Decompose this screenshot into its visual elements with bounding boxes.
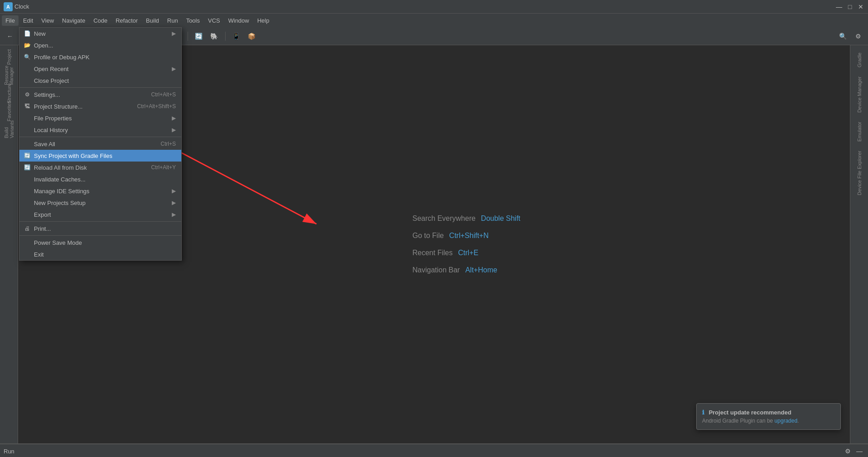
reload-icon: 🔄 bbox=[23, 163, 31, 171]
menu-save-all-item[interactable]: Save All Ctrl+S bbox=[19, 138, 181, 150]
toolbar-sep-3 bbox=[225, 32, 226, 41]
menu-open-recent-item[interactable]: Open Recent ▶ bbox=[19, 63, 181, 75]
sdk-button[interactable]: 📦 bbox=[245, 30, 258, 43]
sidebar-gradle-label[interactable]: Gradle bbox=[855, 49, 864, 71]
menu-vcs[interactable]: VCS bbox=[204, 15, 224, 26]
menu-project-structure-item[interactable]: 🏗 Project Structure... Ctrl+Alt+Shift+S bbox=[19, 100, 181, 112]
menu-new-item[interactable]: 📄 New ▶ bbox=[19, 28, 181, 39]
menu-file-properties-item[interactable]: File Properties ▶ bbox=[19, 112, 181, 124]
menu-view[interactable]: View bbox=[38, 15, 57, 26]
menu-tools[interactable]: Tools bbox=[183, 15, 203, 26]
search-hints: Search Everywhere Double Shift Go to Fil… bbox=[412, 214, 520, 274]
hint-search-everywhere: Search Everywhere Double Shift bbox=[412, 214, 520, 223]
hint-key-1: Double Shift bbox=[481, 214, 520, 223]
sep-3 bbox=[19, 221, 181, 222]
open-recent-icon bbox=[23, 65, 31, 73]
sidebar-emulator-label[interactable]: Emulator bbox=[855, 118, 864, 145]
hint-label-4: Navigation Bar bbox=[412, 266, 460, 274]
export-arrow: ▶ bbox=[172, 211, 176, 218]
menu-edit[interactable]: Edit bbox=[19, 15, 37, 26]
menu-close-project-item[interactable]: Close Project bbox=[19, 75, 181, 86]
back-button[interactable]: ← bbox=[4, 30, 16, 43]
hint-key-3: Ctrl+E bbox=[458, 249, 478, 257]
titlebar-controls: — □ ✕ bbox=[835, 3, 864, 10]
notification-body: Android Gradle Plugin can be upgraded. bbox=[702, 418, 835, 424]
menu-sync-gradle-item[interactable]: 🔄 Sync Project with Gradle Files bbox=[19, 150, 181, 162]
right-sidebar: Gradle Device Manager Emulator Device Fi… bbox=[850, 45, 868, 443]
new-arrow: ▶ bbox=[172, 30, 176, 37]
file-menu-dropdown: 📄 New ▶ 📂 Open... 🔍 Profile or Debug APK… bbox=[19, 27, 182, 261]
notification-info-icon: ℹ bbox=[702, 409, 704, 416]
notification-title: ℹ Project update recommended bbox=[702, 409, 835, 416]
hint-navigation-bar: Navigation Bar Alt+Home bbox=[412, 266, 520, 274]
menu-exit-item[interactable]: Exit bbox=[19, 248, 181, 260]
gradle-button[interactable]: 🐘 bbox=[208, 30, 221, 43]
sidebar-build-icon[interactable]: Build Variants bbox=[1, 121, 17, 138]
sep-1 bbox=[19, 87, 181, 88]
open-icon: 📂 bbox=[23, 41, 31, 49]
settings-button[interactable]: ⚙ bbox=[852, 30, 864, 43]
menu-refactor[interactable]: Refactor bbox=[112, 15, 142, 26]
open-recent-arrow: ▶ bbox=[172, 66, 176, 72]
notification-link[interactable]: upgraded bbox=[774, 418, 797, 424]
menu-power-save-item[interactable]: Power Save Mode bbox=[19, 237, 181, 248]
panel-close-btn[interactable]: — bbox=[854, 446, 864, 456]
left-sidebar: Project Resource Manager Structure Favor… bbox=[0, 45, 18, 443]
maximize-button[interactable]: □ bbox=[846, 3, 854, 10]
hint-label-1: Search Everywhere bbox=[412, 214, 476, 223]
device-mgr-button[interactable]: 📱 bbox=[230, 30, 243, 43]
hint-recent-files: Recent Files Ctrl+E bbox=[412, 249, 520, 257]
menu-invalidate-caches-item[interactable]: Invalidate Caches... bbox=[19, 173, 181, 185]
search-button[interactable]: 🔍 bbox=[836, 30, 849, 43]
file-props-arrow: ▶ bbox=[172, 115, 176, 121]
menu-navigate[interactable]: Navigate bbox=[58, 15, 89, 26]
sidebar-structure-icon[interactable]: Structure bbox=[1, 85, 17, 101]
menu-ide-settings-item[interactable]: Manage IDE Settings ▶ bbox=[19, 185, 181, 197]
sep-2 bbox=[19, 137, 181, 137]
menu-settings-item[interactable]: ⚙ Settings... Ctrl+Alt+S bbox=[19, 89, 181, 100]
hint-key-2: Ctrl+Shift+N bbox=[449, 232, 489, 240]
menu-local-history-item[interactable]: Local History ▶ bbox=[19, 124, 181, 136]
hint-label-3: Recent Files bbox=[412, 249, 453, 257]
sidebar-project-icon[interactable]: Project bbox=[1, 49, 17, 65]
bottom-panel-title: Run bbox=[4, 448, 14, 455]
menu-window[interactable]: Window bbox=[225, 15, 253, 26]
close-button[interactable]: ✕ bbox=[857, 3, 864, 10]
sidebar-favorites-icon[interactable]: Favorites bbox=[1, 103, 17, 119]
menu-help[interactable]: Help bbox=[254, 15, 273, 26]
menu-run[interactable]: Run bbox=[164, 15, 182, 26]
new-projects-arrow: ▶ bbox=[172, 200, 176, 206]
panel-settings-btn[interactable]: ⚙ bbox=[843, 446, 853, 456]
new-icon: 📄 bbox=[23, 29, 31, 38]
notification-popup: ℹ Project update recommended Android Gra… bbox=[696, 403, 841, 430]
sidebar-device-file-label[interactable]: Device File Explorer bbox=[855, 147, 864, 199]
titlebar: A Clock — □ ✕ bbox=[0, 0, 868, 14]
app-icon: A bbox=[4, 2, 13, 11]
menu-profile-apk-item[interactable]: 🔍 Profile or Debug APK bbox=[19, 51, 181, 63]
ide-settings-arrow: ▶ bbox=[172, 188, 176, 194]
hint-label-2: Go to File bbox=[412, 232, 443, 240]
menu-open-item[interactable]: 📂 Open... bbox=[19, 39, 181, 51]
menu-print-item[interactable]: 🖨 Print... bbox=[19, 223, 181, 234]
sidebar-device-manager-label[interactable]: Device Manager bbox=[855, 73, 864, 116]
bottom-panel: Run ⚙ — 21:04 at tcp:5037 21:04 * daemon… bbox=[0, 443, 868, 457]
print-icon: 🖨 bbox=[23, 224, 31, 233]
minimize-button[interactable]: — bbox=[835, 3, 843, 10]
menubar: File Edit View Navigate Code Refactor Bu… bbox=[0, 14, 868, 27]
bottom-panel-header: Run ⚙ — bbox=[0, 444, 868, 457]
menu-code[interactable]: Code bbox=[90, 15, 111, 26]
menu-export-item[interactable]: Export ▶ bbox=[19, 209, 181, 220]
titlebar-title: Clock bbox=[14, 3, 29, 10]
project-structure-icon: 🏗 bbox=[23, 102, 31, 110]
hint-go-to-file: Go to File Ctrl+Shift+N bbox=[412, 232, 520, 240]
menu-build[interactable]: Build bbox=[142, 15, 163, 26]
sep-4 bbox=[19, 235, 181, 236]
menu-reload-disk-item[interactable]: 🔄 Reload All from Disk Ctrl+Alt+Y bbox=[19, 162, 181, 173]
settings-icon: ⚙ bbox=[23, 90, 31, 99]
toolbar-sep-2 bbox=[188, 32, 188, 41]
menu-file[interactable]: File bbox=[2, 15, 19, 26]
sync-button[interactable]: 🔄 bbox=[193, 30, 205, 43]
sidebar-resource-icon[interactable]: Resource Manager bbox=[1, 67, 17, 83]
sync-gradle-icon: 🔄 bbox=[23, 152, 31, 160]
menu-new-projects-setup-item[interactable]: New Projects Setup ▶ bbox=[19, 197, 181, 209]
